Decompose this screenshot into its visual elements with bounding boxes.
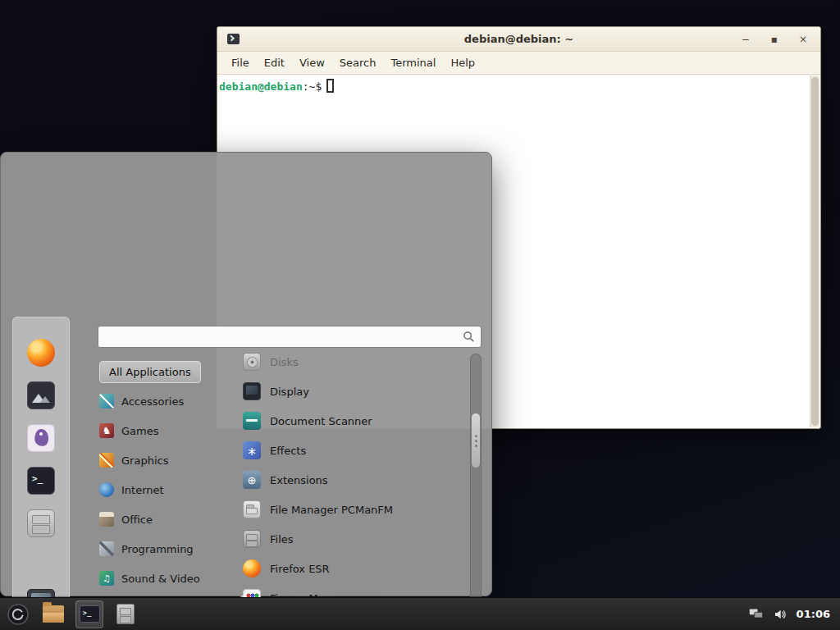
app-item-firefox-esr[interactable]: Firefox ESR — [238, 554, 468, 583]
app-list-scrollbar[interactable] — [470, 354, 482, 630]
category-internet[interactable]: Internet — [99, 475, 239, 504]
terminal-cursor — [326, 79, 334, 93]
menu-terminal[interactable]: Terminal — [383, 53, 443, 72]
files-icon — [116, 604, 135, 624]
file-manager-icon[interactable] — [27, 509, 55, 537]
disks-icon — [243, 353, 261, 371]
search-input[interactable] — [104, 326, 463, 347]
terminal-icon — [80, 605, 100, 623]
games-icon: ♞ — [99, 423, 114, 438]
firefox-icon[interactable] — [27, 339, 55, 367]
internet-globe-icon — [99, 482, 114, 497]
category-all-applications[interactable]: All Applications — [99, 357, 239, 386]
category-programming[interactable]: Programming — [99, 534, 239, 564]
terminal-menubar: File Edit View Search Terminal Help — [217, 52, 820, 75]
menu-button[interactable] — [5, 601, 31, 628]
category-graphics[interactable]: Graphics — [99, 445, 239, 475]
category-list: All Applications Accessories ♞ Games Gra… — [99, 357, 239, 630]
search-box — [98, 326, 482, 348]
app-item-display[interactable]: Display — [238, 377, 468, 406]
accessories-icon — [99, 394, 114, 409]
prompt-user-host: debian@debian — [219, 80, 303, 93]
taskbar-panel: 01:06 — [0, 597, 840, 630]
application-menu: All Applications Accessories ♞ Games Gra… — [0, 152, 492, 596]
sound-video-icon: ♫ — [99, 571, 114, 586]
window-controls: − ▪ × — [742, 34, 810, 44]
programming-icon — [99, 541, 114, 556]
menu-sidebar — [12, 317, 70, 630]
favorites-group — [27, 339, 55, 537]
display-icon — [243, 382, 261, 400]
application-list: Disks Display Document Scanner Effects E… — [238, 347, 468, 630]
desktop: debian@debian: ~ − ▪ × File Edit View Se… — [0, 0, 840, 630]
document-scanner-icon — [243, 412, 261, 430]
debian-swirl-icon — [7, 604, 29, 625]
volume-icon[interactable] — [774, 608, 787, 621]
menu-search[interactable]: Search — [332, 53, 384, 72]
app-list-scrollbar-thumb[interactable] — [472, 413, 480, 468]
pictures-icon[interactable] — [27, 381, 55, 409]
menu-edit[interactable]: Edit — [257, 53, 292, 72]
terminal-window-icon — [227, 34, 240, 44]
office-icon — [99, 512, 114, 527]
pcmanfm-icon — [243, 500, 261, 518]
terminal-titlebar[interactable]: debian@debian: ~ − ▪ × — [217, 27, 820, 52]
category-all-applications-label[interactable]: All Applications — [99, 361, 201, 383]
terminal-window-title: debian@debian: ~ — [217, 33, 820, 45]
pidgin-icon[interactable] — [27, 424, 55, 452]
system-tray: 01:06 — [749, 608, 835, 621]
clock[interactable]: 01:06 — [797, 608, 830, 620]
terminal-launcher-active[interactable] — [75, 600, 103, 628]
firefox-icon — [243, 559, 261, 578]
maximize-button[interactable]: ▪ — [771, 34, 778, 44]
app-item-disks[interactable]: Disks — [238, 347, 468, 377]
terminal-scrollbar[interactable] — [810, 75, 819, 427]
terminal-scrollbar-thumb[interactable] — [811, 77, 819, 426]
network-icon[interactable] — [749, 608, 764, 620]
search-icon — [463, 331, 475, 343]
effects-icon — [243, 441, 261, 459]
file-manager-launcher[interactable] — [39, 600, 67, 628]
app-item-files[interactable]: Files — [238, 524, 468, 554]
graphics-icon — [99, 453, 114, 468]
terminal-icon[interactable] — [27, 467, 55, 495]
menu-help[interactable]: Help — [443, 53, 482, 72]
menu-view[interactable]: View — [292, 53, 332, 72]
menu-file[interactable]: File — [224, 53, 257, 72]
app-item-effects[interactable]: Effects — [238, 436, 468, 465]
files-icon — [243, 530, 261, 548]
folder-icon — [43, 605, 64, 623]
app-item-file-manager-pcmanfm[interactable]: File Manager PCManFM — [238, 495, 468, 524]
app-item-document-scanner[interactable]: Document Scanner — [238, 406, 468, 436]
files-launcher[interactable] — [112, 600, 139, 628]
app-item-extensions[interactable]: Extensions — [238, 465, 468, 495]
category-office[interactable]: Office — [99, 504, 239, 534]
prompt-path: :~$ — [303, 80, 322, 93]
minimize-button[interactable]: − — [742, 34, 750, 44]
category-accessories[interactable]: Accessories — [99, 386, 239, 416]
close-button[interactable]: × — [799, 34, 807, 44]
category-sound-video[interactable]: ♫ Sound & Video — [99, 564, 239, 593]
category-games[interactable]: ♞ Games — [99, 416, 239, 445]
extensions-icon — [243, 471, 261, 489]
